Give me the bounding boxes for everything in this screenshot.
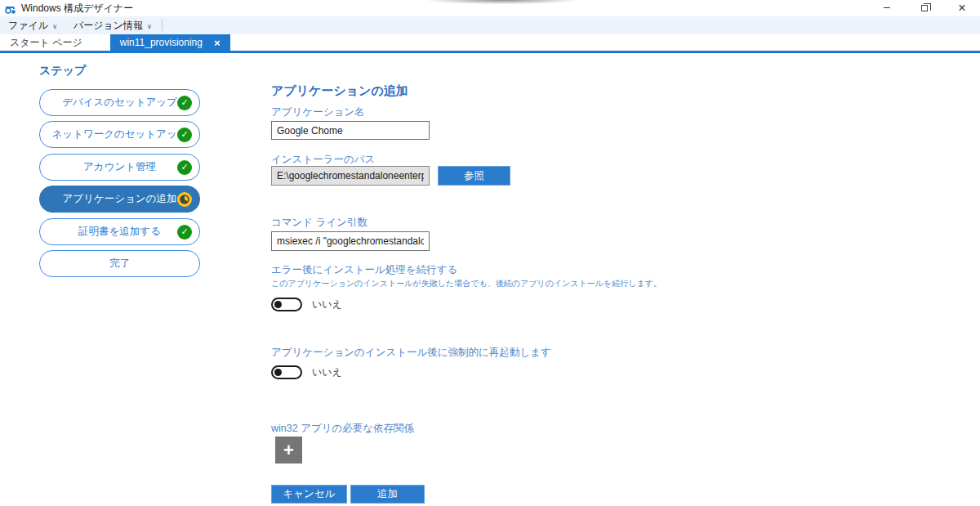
- toggle-value-label: いいえ: [312, 365, 342, 379]
- cancel-button[interactable]: キャンセル: [271, 485, 347, 504]
- app-icon: [5, 3, 16, 13]
- page-title: アプリケーションの追加: [271, 83, 408, 99]
- step-label: ネットワークのセットアップ: [51, 128, 187, 141]
- tab-start-page[interactable]: スタート ページ: [0, 34, 92, 51]
- sidebar-item-add-applications[interactable]: アプリケーションの追加: [39, 186, 200, 213]
- step-label: デバイスのセットアップ: [62, 96, 177, 110]
- menu-about-label: バージョン情報: [74, 19, 143, 33]
- win32-dependencies-label: win32 アプリの必要な依存関係: [271, 422, 414, 436]
- window-title: Windows 構成デザイナー: [21, 2, 133, 16]
- titlebar: Windows 構成デザイナー – ×: [0, 0, 980, 16]
- check-icon: ✓: [177, 225, 192, 240]
- close-tab-icon[interactable]: ×: [214, 38, 220, 48]
- chevron-down-icon: ∨: [147, 23, 152, 30]
- cmdline-label: コマンド ライン引数: [271, 216, 368, 230]
- in-progress-clock-icon: [177, 192, 192, 207]
- sidebar-item-network-setup[interactable]: ネットワークのセットアップ ✓: [39, 121, 200, 148]
- menu-about[interactable]: バージョン情報 ∨: [65, 16, 160, 34]
- force-restart-toggle-row: いいえ: [271, 365, 342, 379]
- tab-bar: スタート ページ win11_provisioning ×: [0, 34, 980, 51]
- tab-active-label: win11_provisioning: [120, 37, 203, 48]
- chevron-down-icon: ∨: [52, 23, 57, 30]
- check-icon: ✓: [177, 96, 192, 110]
- maximize-button[interactable]: [915, 1, 934, 16]
- app-name-label: アプリケーション名: [271, 105, 365, 119]
- minimize-button[interactable]: –: [877, 1, 897, 16]
- add-button[interactable]: 追加: [350, 485, 425, 504]
- cmdline-input[interactable]: [271, 231, 430, 251]
- menu-file[interactable]: ファイル ∨: [0, 16, 65, 34]
- add-dependency-button[interactable]: +: [275, 437, 302, 463]
- close-button[interactable]: ×: [952, 1, 972, 16]
- sidebar-heading: ステップ: [39, 64, 86, 78]
- continue-on-error-toggle-row: いいえ: [271, 298, 342, 311]
- step-label: アプリケーションの追加: [63, 192, 177, 206]
- installer-path-input: [271, 166, 430, 186]
- check-icon: ✓: [177, 160, 192, 175]
- menu-divider: [162, 20, 163, 31]
- force-restart-label: アプリケーションのインストール後に強制的に再起動します: [271, 346, 551, 360]
- sidebar-item-device-setup[interactable]: デバイスのセットアップ ✓: [39, 89, 200, 116]
- toggle-knob: [274, 301, 282, 308]
- browse-button[interactable]: 参照: [438, 166, 510, 186]
- status-wrap: [177, 192, 192, 207]
- continue-on-error-description: このアプリケーションのインストールが失敗した場合でも、後続のアプリのインストール…: [271, 278, 662, 289]
- menubar: ファイル ∨ バージョン情報 ∨: [0, 16, 980, 34]
- status-wrap: ✓: [177, 128, 192, 142]
- check-icon: ✓: [177, 128, 192, 142]
- step-label: 証明書を追加する: [78, 225, 161, 239]
- status-wrap: ✓: [177, 225, 192, 240]
- step-label: 完了: [109, 257, 130, 271]
- status-wrap: ✓: [177, 96, 192, 110]
- step-label: アカウント管理: [83, 160, 156, 174]
- screenshot-artifact: [408, 0, 596, 6]
- tab-win11-provisioning[interactable]: win11_provisioning ×: [110, 34, 230, 51]
- windows-configuration-designer-window: Windows 構成デザイナー – × ファイル ∨ バージョン情報 ∨ スター…: [0, 0, 980, 506]
- sidebar-item-add-certificates[interactable]: 証明書を追加する ✓: [39, 218, 200, 245]
- installer-path-label: インストーラーのパス: [271, 153, 375, 167]
- app-name-input[interactable]: [271, 121, 430, 140]
- restore-icon: [921, 5, 928, 11]
- continue-on-error-label: エラー後にインストール処理を続行する: [271, 263, 457, 277]
- force-restart-toggle[interactable]: [271, 365, 302, 379]
- sidebar-item-account-management[interactable]: アカウント管理 ✓: [39, 154, 200, 181]
- tab-start-page-label: スタート ページ: [10, 36, 82, 50]
- toggle-knob: [274, 369, 282, 376]
- window-controls: – ×: [877, 0, 972, 16]
- status-wrap: ✓: [177, 160, 192, 175]
- sidebar-item-finish[interactable]: 完了: [39, 250, 200, 277]
- plus-icon: +: [283, 440, 294, 461]
- accent-divider: [0, 51, 980, 53]
- menu-file-label: ファイル: [8, 19, 48, 33]
- continue-on-error-toggle[interactable]: [271, 298, 302, 311]
- toggle-value-label: いいえ: [312, 298, 342, 311]
